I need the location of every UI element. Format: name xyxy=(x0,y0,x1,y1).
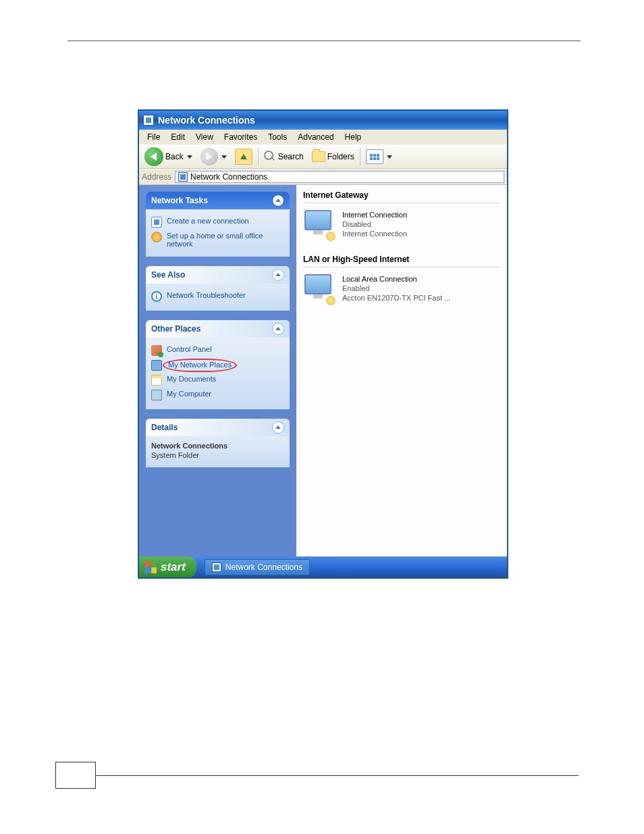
details-type: System Folder xyxy=(151,451,284,459)
network-tasks-title: Network Tasks xyxy=(151,196,208,205)
details-panel: Details Network Connections System Folde… xyxy=(146,419,290,467)
other-places-header[interactable]: Other Places xyxy=(146,320,290,338)
connection-text: Local Area Connection Enabled Accton EN1… xyxy=(342,273,450,305)
network-tasks-panel: Network Tasks Create a new connection Se… xyxy=(146,192,290,257)
connection-name: Internet Connection xyxy=(342,210,407,219)
network-places-icon xyxy=(151,360,162,371)
task-label: Network Troubleshooter xyxy=(167,291,246,299)
chevron-down-icon[interactable] xyxy=(187,155,192,159)
control-panel-icon xyxy=(151,345,162,356)
connection-icon xyxy=(303,209,336,241)
details-header[interactable]: Details xyxy=(146,419,290,436)
link-troubleshooter[interactable]: i Network Troubleshooter xyxy=(151,289,284,304)
documents-icon xyxy=(151,375,162,386)
forward-arrow-icon xyxy=(200,148,218,165)
item-internet-connection[interactable]: Internet Connection Disabled Internet Co… xyxy=(303,209,500,241)
menu-tools[interactable]: Tools xyxy=(263,131,292,143)
start-label: start xyxy=(161,561,186,574)
up-folder-icon xyxy=(235,149,252,165)
link-my-network-places[interactable]: My Network Places xyxy=(151,358,284,373)
chevron-down-icon[interactable] xyxy=(387,155,392,159)
folders-label: Folders xyxy=(327,152,354,161)
details-title: Details xyxy=(151,423,178,432)
group-internet-gateway: Internet Gateway xyxy=(303,185,500,203)
task-label: My Network Places xyxy=(168,361,232,369)
separator xyxy=(360,148,360,165)
home-network-icon xyxy=(151,232,162,242)
details-body: Network Connections System Folder xyxy=(146,436,290,467)
task-create-connection[interactable]: Create a new connection xyxy=(151,215,284,230)
link-control-panel[interactable]: Control Panel xyxy=(151,343,284,358)
content-pane[interactable]: Internet Gateway Internet Connection Dis… xyxy=(296,185,507,556)
collapse-icon[interactable] xyxy=(272,323,284,335)
folders-button[interactable]: Folders xyxy=(309,150,357,163)
menu-help[interactable]: Help xyxy=(340,131,367,143)
page-number-box xyxy=(55,762,96,789)
explorer-window: Network Connections File Edit View Favor… xyxy=(138,110,508,578)
new-connection-icon xyxy=(151,217,162,228)
menu-file[interactable]: File xyxy=(142,131,165,143)
connection-status: Enabled xyxy=(342,284,450,293)
back-label: Back xyxy=(165,152,184,161)
forward-button[interactable] xyxy=(198,147,230,167)
start-button[interactable]: start xyxy=(139,556,196,577)
info-icon: i xyxy=(151,291,162,302)
address-label: Address xyxy=(142,172,171,182)
windows-logo-icon xyxy=(144,561,157,573)
search-button[interactable]: Search xyxy=(261,149,306,164)
connection-device: Internet Connection xyxy=(342,229,407,238)
taskbar-item-network-connections[interactable]: Network Connections xyxy=(205,559,310,575)
search-label: Search xyxy=(278,152,304,161)
collapse-icon[interactable] xyxy=(272,269,284,281)
link-my-documents[interactable]: My Documents xyxy=(151,373,284,388)
task-label: Control Panel xyxy=(167,345,212,353)
task-setup-network[interactable]: Set up a home or small office network xyxy=(151,230,284,250)
toolbar: Back Search Folders xyxy=(139,145,507,169)
see-also-panel: See Also i Network Troubleshooter xyxy=(146,266,290,311)
connection-name: Local Area Connection xyxy=(342,274,450,284)
network-tasks-header[interactable]: Network Tasks xyxy=(146,192,290,209)
separator xyxy=(258,148,259,165)
views-icon xyxy=(366,149,383,164)
taskbar-item-label: Network Connections xyxy=(225,563,302,572)
network-connections-icon xyxy=(143,115,154,126)
taskbar: start Network Connections xyxy=(139,556,507,577)
network-connections-icon xyxy=(178,172,188,182)
connection-icon xyxy=(303,273,336,305)
address-bar: Address Network Connections xyxy=(139,169,507,185)
see-also-body: i Network Troubleshooter xyxy=(146,284,290,311)
collapse-icon[interactable] xyxy=(272,194,284,207)
task-label: My Documents xyxy=(167,375,216,383)
body-area: Network Tasks Create a new connection Se… xyxy=(139,185,507,556)
menu-view[interactable]: View xyxy=(190,131,219,143)
folder-icon xyxy=(312,151,325,162)
title-bar[interactable]: Network Connections xyxy=(139,111,507,130)
group-lan: LAN or High-Speed Internet xyxy=(303,249,500,267)
address-field[interactable]: Network Connections xyxy=(175,171,504,183)
up-button[interactable] xyxy=(232,147,255,166)
link-my-computer[interactable]: My Computer xyxy=(151,388,284,402)
task-sidebar: Network Tasks Create a new connection Se… xyxy=(139,185,296,556)
menu-edit[interactable]: Edit xyxy=(165,131,190,143)
connection-text: Internet Connection Disabled Internet Co… xyxy=(342,209,407,241)
menu-advanced[interactable]: Advanced xyxy=(292,131,339,143)
address-value: Network Connections xyxy=(190,172,267,182)
network-connections-icon xyxy=(212,563,221,572)
collapse-icon[interactable] xyxy=(272,421,284,434)
page-separator-bottom xyxy=(96,775,579,776)
back-button[interactable]: Back xyxy=(142,146,195,167)
computer-icon xyxy=(151,390,162,400)
see-also-title: See Also xyxy=(151,270,185,280)
search-icon xyxy=(264,151,276,163)
annotation-circle: My Network Places xyxy=(163,359,237,372)
see-also-header[interactable]: See Also xyxy=(146,266,290,284)
other-places-title: Other Places xyxy=(151,324,200,334)
task-label: Set up a home or small office network xyxy=(167,232,284,248)
views-button[interactable] xyxy=(363,148,395,165)
spark-icon xyxy=(326,232,336,241)
spark-icon xyxy=(326,296,336,305)
chevron-down-icon[interactable] xyxy=(221,155,227,159)
item-local-area-connection[interactable]: Local Area Connection Enabled Accton EN1… xyxy=(303,273,500,305)
other-places-body: Control Panel My Network Places My Docum… xyxy=(146,338,290,409)
menu-favorites[interactable]: Favorites xyxy=(219,131,263,143)
